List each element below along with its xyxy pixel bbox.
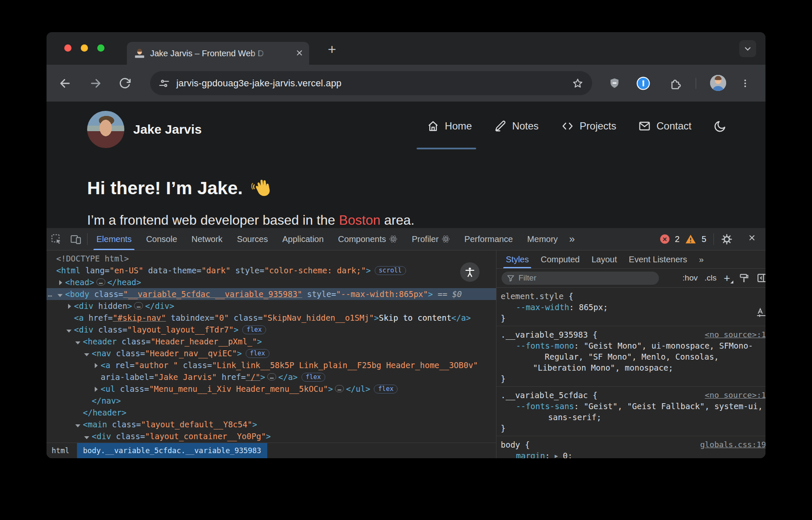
expand-arrow-icon[interactable] xyxy=(75,421,83,427)
expand-arrow-icon[interactable] xyxy=(84,433,92,439)
style-rule-1[interactable]: .__variable_935983 {<no source>:1--fonts… xyxy=(497,326,765,387)
expand-arrow-icon[interactable] xyxy=(57,279,65,285)
dom-node[interactable]: <nav class="Header_nav__qviEC">flex xyxy=(47,347,496,359)
ellipsis-expand-icon[interactable]: … xyxy=(96,278,105,286)
layout-badge[interactable]: flex xyxy=(302,373,325,382)
site-info-icon[interactable] xyxy=(159,78,170,89)
styles-tab-computed[interactable]: Computed xyxy=(535,250,585,268)
extensions-puzzle-icon[interactable] xyxy=(669,77,682,90)
inspect-element-icon[interactable] xyxy=(47,228,66,250)
expand-arrow-icon[interactable] xyxy=(66,327,74,333)
browser-tab[interactable]: Jake Jarvis – Frontend Web D xyxy=(127,42,309,65)
layout-badge[interactable]: scroll xyxy=(375,266,406,275)
style-rule-0[interactable]: element.style {--max-width: 865px;} xyxy=(497,288,765,326)
devtools-tab-application[interactable]: Application xyxy=(275,228,331,250)
more-tabs-chevron[interactable]: » xyxy=(565,233,579,245)
layout-badge[interactable]: flex xyxy=(374,385,398,393)
dom-node[interactable]: <!DOCTYPE html> xyxy=(47,253,496,264)
layout-badge[interactable]: flex xyxy=(242,325,266,334)
dom-node[interactable]: </header> xyxy=(47,407,496,418)
onepassword-extension-icon[interactable] xyxy=(636,76,650,91)
breadcrumb-html[interactable]: html xyxy=(47,443,74,458)
devtools-tab-memory[interactable]: Memory xyxy=(520,228,565,250)
reload-button[interactable] xyxy=(118,77,131,90)
devtools-tab-console[interactable]: Console xyxy=(139,228,184,250)
site-name[interactable]: Jake Jarvis xyxy=(133,122,202,137)
devtools-tab-components[interactable]: Components xyxy=(331,228,404,250)
style-rule-2[interactable]: .__variable_5cfdac {<no source>:1--fonts… xyxy=(497,387,765,436)
devtools-tab-performance[interactable]: Performance xyxy=(457,228,520,250)
breadcrumb-body[interactable]: body.__variable_5cfdac.__variable_935983 xyxy=(77,443,267,458)
sidebar-toggle-icon[interactable] xyxy=(757,272,765,283)
toggle-cls[interactable]: .cls xyxy=(705,273,717,283)
back-button[interactable] xyxy=(58,77,72,90)
warning-count[interactable]: 5 xyxy=(702,234,706,244)
accessibility-overlay-icon[interactable] xyxy=(460,262,480,282)
url-text[interactable]: jarvis-gpdouag3e-jake-jarvis.vercel.app xyxy=(176,78,342,89)
address-bar[interactable]: jarvis-gpdouag3e-jake-jarvis.vercel.app xyxy=(150,71,592,95)
devtools-tab-network[interactable]: Network xyxy=(184,228,230,250)
expand-arrow-icon[interactable] xyxy=(84,350,92,356)
tab-close-icon[interactable] xyxy=(296,50,302,58)
styles-tab-styles[interactable]: Styles xyxy=(500,250,535,268)
style-rule-3[interactable]: body {globals.css:19margin: ▶ 0;font-fam… xyxy=(497,436,765,458)
style-source-link[interactable]: <no source>:1 xyxy=(705,329,765,340)
style-source-link[interactable]: <no source>:1 xyxy=(705,390,765,401)
devtools-tab-profiler[interactable]: Profiler xyxy=(405,228,457,250)
new-tab-button[interactable]: + xyxy=(324,41,340,58)
dom-node[interactable]: <html lang="en-US" data-theme="dark" sty… xyxy=(47,264,496,276)
error-count[interactable]: 2 xyxy=(675,234,680,244)
tab-search-button[interactable] xyxy=(739,40,756,57)
boston-link[interactable]: Boston xyxy=(339,212,380,228)
device-toolbar-icon[interactable] xyxy=(66,228,85,250)
nav-item-home[interactable]: Home xyxy=(427,118,472,135)
dom-node[interactable]: <head>…</head> xyxy=(47,276,496,288)
styles-more-tabs-chevron[interactable]: » xyxy=(693,250,710,268)
ellipsis-expand-icon[interactable]: … xyxy=(335,385,344,392)
font-editor-icon[interactable] xyxy=(756,307,765,318)
error-badge-icon[interactable] xyxy=(660,234,669,244)
dom-node[interactable]: <header class="Header_header__pXml_"> xyxy=(47,336,496,347)
new-style-rule-button[interactable]: + xyxy=(724,272,732,285)
ellipsis-expand-icon[interactable]: … xyxy=(267,373,276,380)
devtools-settings-gear-icon[interactable] xyxy=(721,234,732,245)
browser-menu-kebab-icon[interactable] xyxy=(744,83,746,84)
dom-node[interactable]: </nav> xyxy=(47,395,496,407)
dom-node[interactable]: aria-label="Jake Jarvis" href="/">…</a>f… xyxy=(47,371,496,383)
expand-arrow-icon[interactable] xyxy=(66,303,74,309)
profile-avatar[interactable] xyxy=(710,75,726,91)
layout-badge[interactable]: flex xyxy=(246,349,269,358)
dom-node[interactable]: <div class="layout_container__Yo0Pg"> xyxy=(47,430,496,442)
dom-node[interactable]: <div id="skip-nav"></div> xyxy=(47,442,496,443)
dom-node[interactable]: <div class="layout_layout__fTdr7">flex xyxy=(47,324,496,336)
dom-node[interactable]: <ul class="Menu_menu__i_Xiv Header_menu_… xyxy=(47,383,496,395)
theme-toggle-moon-icon[interactable] xyxy=(713,118,727,135)
devtools-tab-sources[interactable]: Sources xyxy=(230,228,275,250)
expand-arrow-icon[interactable] xyxy=(93,386,101,392)
dom-node[interactable]: <a href="#skip-nav" tabindex="0" class="… xyxy=(47,312,496,324)
shield-extension-icon[interactable] xyxy=(608,77,621,90)
styles-rules-list[interactable]: element.style {--max-width: 865px;}.__va… xyxy=(497,288,765,458)
expand-arrow-icon[interactable] xyxy=(93,362,101,368)
minimize-window-button[interactable] xyxy=(81,44,88,52)
dom-tree[interactable]: <!DOCTYPE html><html lang="en-US" data-t… xyxy=(47,250,496,443)
styles-tab-event-listeners[interactable]: Event Listeners xyxy=(623,250,693,268)
styles-tab-layout[interactable]: Layout xyxy=(586,250,623,268)
bookmark-star-icon[interactable] xyxy=(572,77,584,89)
close-window-button[interactable] xyxy=(64,44,71,52)
profile-photo[interactable] xyxy=(87,111,124,148)
devtools-tab-elements[interactable]: Elements xyxy=(89,228,139,250)
dom-node[interactable]: <div hidden>…</div> xyxy=(47,300,496,312)
toggle-hov[interactable]: :hov xyxy=(683,273,698,283)
nav-item-projects[interactable]: Projects xyxy=(561,118,617,135)
expand-arrow-icon[interactable] xyxy=(57,291,65,297)
dom-node-selected[interactable]: …<body class="__variable_5cfdac __variab… xyxy=(47,288,496,300)
warning-badge-icon[interactable] xyxy=(685,234,696,244)
ellipsis-expand-icon[interactable]: … xyxy=(134,302,143,309)
forward-button[interactable] xyxy=(89,77,102,90)
style-source-link[interactable]: globals.css:19 xyxy=(700,439,765,450)
styles-filter-input[interactable]: Filter xyxy=(502,272,659,285)
nav-item-contact[interactable]: Contact xyxy=(638,118,691,135)
devtools-close-icon[interactable] xyxy=(749,234,756,244)
expand-arrow-icon[interactable] xyxy=(75,338,83,344)
